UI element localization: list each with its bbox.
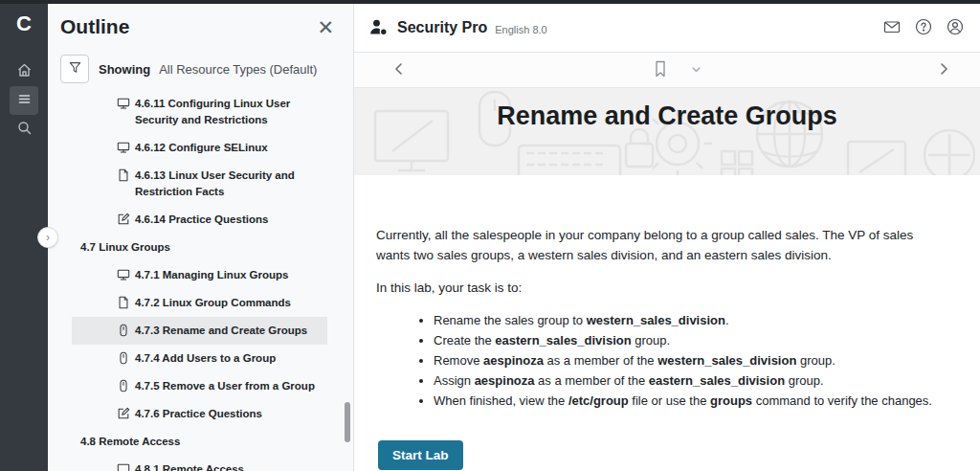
chevron-right-icon: › <box>46 231 50 244</box>
outline-item-label: 4.7.5 Remove a User from a Group <box>135 378 315 394</box>
account-button[interactable] <box>945 17 966 38</box>
chevron-right-icon <box>937 62 950 78</box>
help-icon <box>914 17 933 39</box>
outline-panel: Outline ✕ Showing All Resource Types (De… <box>48 0 354 471</box>
bookmark-button[interactable] <box>649 58 672 81</box>
close-outline-button[interactable]: ✕ <box>317 17 334 37</box>
outline-item-label: 4.6.11 Configuring Linux User Security a… <box>135 96 322 128</box>
document-icon <box>117 296 130 309</box>
task-bullet: When finished, view the /etc/group file … <box>434 392 947 410</box>
bookmark-dropdown-button[interactable] <box>684 58 707 81</box>
filter-funnel-icon <box>68 60 82 78</box>
outline-item-label: 4.7.1 Managing Linux Groups <box>135 267 288 283</box>
chevron-left-icon <box>392 62 406 78</box>
mail-icon <box>882 17 902 39</box>
outline-item[interactable]: 4.7.1 Managing Linux Groups <box>72 261 327 289</box>
monitor-icon <box>117 462 130 471</box>
outline-item-label: 4.6.12 Configure SELinux <box>135 140 268 156</box>
outline-tree: 4.6.11 Configuring Linux User Security a… <box>48 90 353 471</box>
course-header: Security Pro English 8.0 <box>354 0 980 53</box>
person-badge-icon <box>368 18 390 37</box>
outline-item-label: 4.6.13 Linux User Security and Restricti… <box>135 168 322 200</box>
course-title: Security Pro <box>397 19 487 36</box>
outline-item[interactable]: 4.7.5 Remove a User from a Group <box>72 372 327 400</box>
page-title: Rename and Create Groups <box>354 88 980 131</box>
start-lab-button[interactable]: Start Lab <box>378 440 463 470</box>
bookmark-icon <box>653 60 668 80</box>
document-icon <box>117 168 130 182</box>
messages-button[interactable] <box>881 17 902 38</box>
filter-row: Showing All Resource Types (Default) <box>60 55 353 83</box>
task-intro-paragraph: In this lab, your task is to: <box>376 278 947 298</box>
outline-item-label: 4.8 Remote Access <box>80 434 180 450</box>
chevron-down-icon <box>691 63 702 78</box>
edit-icon <box>117 407 130 420</box>
outline-item-label: 4.7.2 Linux Group Commands <box>135 295 291 311</box>
account-icon <box>946 17 965 39</box>
previous-lesson-button[interactable] <box>388 58 411 81</box>
outline-title: Outline <box>60 15 129 38</box>
scenario-paragraph: Currently, all the salespeople in your c… <box>376 225 947 265</box>
filter-label: Showing <box>99 62 150 77</box>
main-content: Security Pro English 8.0 <box>354 0 980 471</box>
header-actions <box>881 17 966 38</box>
close-icon: ✕ <box>317 16 334 38</box>
task-bullet: Rename the sales group to western_sales_… <box>434 312 947 329</box>
task-list: Rename the sales group to western_sales_… <box>376 312 947 410</box>
outline-item[interactable]: 4.8.1 Remote Access <box>72 456 327 471</box>
outline-item[interactable]: 4.6.12 Configure SELinux <box>72 134 327 162</box>
monitor-icon <box>117 141 130 154</box>
outline-item-label: 4.7.4 Add Users to a Group <box>135 350 276 367</box>
outline-menu-button[interactable] <box>10 86 38 115</box>
filter-button[interactable] <box>60 55 89 83</box>
home-icon <box>16 62 33 81</box>
outline-item-label: 4.7.3 Rename and Create Groups <box>135 323 307 339</box>
outline-item[interactable]: 4.8 Remote Access <box>72 428 327 456</box>
search-icon <box>16 120 33 139</box>
monitor-icon <box>117 268 130 281</box>
outline-item-label: 4.8.1 Remote Access <box>135 461 244 471</box>
bookmark-group <box>649 58 707 81</box>
course-subtitle: English 8.0 <box>495 24 546 35</box>
outline-item-label: 4.7 Linux Groups <box>80 239 170 256</box>
task-bullet: Assign aespinoza as a member of the east… <box>434 372 947 390</box>
app-window: C Outline ✕ Showing All Resource Types (… <box>0 0 980 471</box>
mouse-icon <box>117 379 130 392</box>
mouse-icon <box>117 324 130 337</box>
window-top-edge <box>0 0 980 4</box>
outline-item[interactable]: 4.7.3 Rename and Create Groups <box>72 317 327 345</box>
task-bullet: Remove aespinoza as a member of the west… <box>434 352 947 370</box>
outline-item[interactable]: 4.7.2 Linux Group Commands <box>72 289 327 317</box>
outline-header: Outline ✕ <box>48 0 353 38</box>
outline-item[interactable]: 4.7.6 Practice Questions <box>72 400 327 428</box>
outline-scrollbar-thumb[interactable] <box>345 402 350 442</box>
collapse-outline-button[interactable]: › <box>37 227 58 248</box>
help-button[interactable] <box>913 17 934 38</box>
edit-icon <box>117 213 130 226</box>
filter-value[interactable]: All Resource Types (Default) <box>159 62 317 77</box>
home-button[interactable] <box>10 57 38 86</box>
lesson-nav-toolbar <box>354 53 980 88</box>
outline-item-label: 4.7.6 Practice Questions <box>135 406 262 422</box>
mouse-icon <box>117 351 130 365</box>
app-logo: C <box>16 10 32 38</box>
outline-item[interactable]: 4.7.4 Add Users to a Group <box>72 345 327 372</box>
outline-item-label: 4.6.14 Practice Questions <box>135 212 268 228</box>
outline-item[interactable]: 4.7 Linux Groups <box>72 234 327 261</box>
search-button[interactable] <box>10 115 38 144</box>
outline-item[interactable]: 4.6.11 Configuring Linux User Security a… <box>72 90 327 134</box>
outline-item[interactable]: 4.6.13 Linux User Security and Restricti… <box>72 162 327 206</box>
task-bullet: Create the eastern_sales_division group. <box>434 332 947 349</box>
outline-item[interactable]: 4.6.14 Practice Questions <box>72 206 327 234</box>
next-lesson-button[interactable] <box>932 58 955 81</box>
outline-menu-icon <box>16 91 33 110</box>
title-banner: Rename and Create Groups <box>354 88 980 175</box>
monitor-icon <box>117 97 130 110</box>
lab-description: Currently, all the salespeople in your c… <box>354 175 980 470</box>
